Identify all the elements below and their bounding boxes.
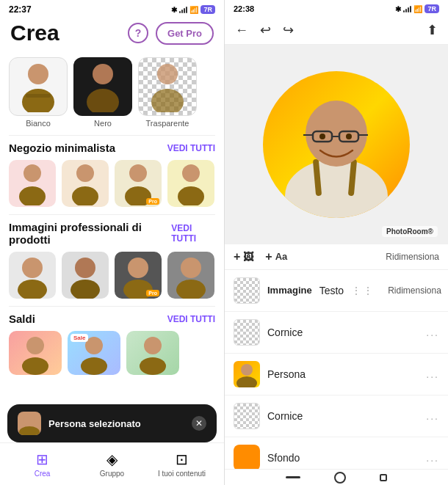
pro-badge-prodotti: Pro bbox=[146, 290, 159, 296]
help-button[interactable]: ? bbox=[128, 23, 148, 43]
toast-close-button[interactable]: ✕ bbox=[192, 416, 206, 431]
layer-row-sfondo[interactable]: Sfondo ... bbox=[225, 437, 448, 470]
home-sys-btn[interactable] bbox=[334, 472, 346, 484]
svg-point-23 bbox=[26, 337, 44, 354]
svg-point-11 bbox=[129, 164, 147, 182]
bg-label-black: Nero bbox=[94, 119, 112, 128]
svg-point-18 bbox=[71, 280, 100, 299]
persona-menu[interactable]: ... bbox=[426, 368, 439, 380]
ridimensiona-label[interactable]: Ridimensiona bbox=[388, 285, 441, 296]
saldi-card-1[interactable] bbox=[9, 331, 62, 375]
prodotti-card-2[interactable] bbox=[62, 252, 109, 299]
layers-panel: Immagine Testo ⋮⋮ Ridimensiona Cornice .… bbox=[225, 270, 448, 470]
negozio-card-2[interactable] bbox=[62, 160, 109, 207]
cornice2-menu[interactable]: ... bbox=[426, 410, 439, 422]
svg-rect-2 bbox=[26, 94, 51, 98]
left-status-icons: ✱ 📶 7R bbox=[171, 5, 215, 14]
negozio-vedi-tutti[interactable]: VEDI TUTTI bbox=[167, 143, 215, 153]
redo-button[interactable]: ↪ bbox=[283, 22, 294, 38]
left-header: Crea ? Get Pro bbox=[0, 18, 224, 51]
sfondo-label: Sfondo bbox=[267, 452, 419, 464]
right-time: 22:38 bbox=[234, 4, 254, 13]
immagine-label: Immagine bbox=[267, 285, 312, 296]
svg-point-26 bbox=[81, 357, 107, 375]
row-header-menu[interactable]: ⋮⋮ bbox=[351, 285, 375, 296]
nav-item-crea[interactable]: ⊞ Crea bbox=[7, 451, 77, 478]
bg-label-transparent: Trasparente bbox=[146, 119, 189, 128]
svg-point-17 bbox=[75, 258, 95, 278]
bg-thumb-white bbox=[9, 57, 68, 116]
layer-thumb-cornice1 bbox=[234, 319, 260, 346]
svg-point-13 bbox=[182, 164, 200, 182]
bar2 bbox=[181, 10, 183, 13]
svg-point-21 bbox=[181, 258, 201, 278]
layer-row-cornice2[interactable]: Cornice ... bbox=[225, 395, 448, 437]
cornice2-label: Cornice bbox=[267, 410, 419, 422]
prodotti-card-4[interactable] bbox=[167, 252, 214, 299]
get-pro-button[interactable]: Get Pro bbox=[156, 22, 214, 45]
share-button[interactable]: ⬆ bbox=[427, 22, 438, 38]
svg-point-7 bbox=[24, 164, 41, 182]
prodotti-section: Immagini professionali di prodotti VEDI … bbox=[0, 215, 224, 306]
crea-label: Crea bbox=[35, 470, 51, 478]
pro-badge-3: Pro bbox=[146, 198, 159, 205]
right-toolbar2: + 🖼 + Aa Ridimensiona bbox=[225, 244, 448, 270]
bg-option-black[interactable]: Nero bbox=[73, 57, 132, 128]
signal-bars-right bbox=[403, 5, 411, 12]
negozio-card-1[interactable] bbox=[9, 160, 56, 207]
sfondo-menu[interactable]: ... bbox=[426, 452, 439, 464]
negozio-section: Negozio minimalista VEDI TUTTI bbox=[0, 136, 224, 214]
contenuti-label: I tuoi contenuti bbox=[158, 470, 206, 478]
svg-point-27 bbox=[144, 337, 162, 354]
add-text-button[interactable]: + Aa bbox=[265, 250, 287, 263]
prodotti-cards: Pro bbox=[9, 252, 215, 299]
negozio-card-3[interactable]: Pro bbox=[115, 160, 162, 207]
saldi-vedi-tutti[interactable]: VEDI TUTTI bbox=[167, 314, 215, 324]
prodotti-card-1[interactable] bbox=[9, 252, 56, 299]
canvas-image[interactable] bbox=[263, 71, 410, 218]
back-sys-btn[interactable] bbox=[286, 476, 300, 478]
nav-item-gruppo[interactable]: ◈ Gruppo bbox=[77, 451, 147, 478]
bluetooth-icon-right: ✱ bbox=[395, 5, 401, 13]
cornice1-menu[interactable]: ... bbox=[426, 327, 439, 338]
layer-thumb-persona bbox=[234, 361, 260, 387]
svg-point-42 bbox=[346, 134, 352, 139]
layer-thumb-cornice2 bbox=[234, 403, 260, 429]
recent-sys-btn[interactable] bbox=[380, 474, 387, 481]
vpn-badge-right: 7R bbox=[424, 4, 439, 13]
right-panel: 22:38 ✱ 📶 7R ← ↩ ↪ ⬆ bbox=[224, 0, 448, 485]
bg-thumb-black bbox=[73, 57, 132, 116]
bg-option-transparent[interactable]: Trasparente bbox=[138, 57, 197, 128]
undo-button[interactable]: ↩ bbox=[260, 22, 271, 38]
canvas-area: PhotoRoom® bbox=[225, 45, 448, 244]
back-button[interactable]: ← bbox=[235, 23, 248, 38]
prodotti-card-3[interactable]: Pro bbox=[115, 252, 162, 299]
svg-point-5 bbox=[157, 64, 178, 84]
svg-point-14 bbox=[178, 186, 204, 205]
svg-point-6 bbox=[151, 89, 184, 112]
image-icon: 🖼 bbox=[243, 251, 253, 263]
orange-square bbox=[234, 445, 260, 470]
persona-thumb-svg bbox=[234, 361, 260, 387]
layer-row-header[interactable]: Immagine Testo ⋮⋮ Ridimensiona bbox=[225, 270, 448, 312]
layer-row-persona[interactable]: Persona ... bbox=[225, 354, 448, 395]
signal-bars bbox=[179, 6, 187, 13]
bg-option-white[interactable]: Bianco bbox=[9, 57, 68, 128]
saldi-cards: Sale bbox=[9, 331, 215, 378]
add-image-button[interactable]: + 🖼 bbox=[234, 250, 253, 263]
negozio-card-4[interactable] bbox=[167, 160, 214, 207]
rbar4 bbox=[410, 6, 411, 12]
nav-item-contenuti[interactable]: ⊡ I tuoi contenuti bbox=[147, 451, 217, 478]
bar4 bbox=[186, 7, 187, 13]
saldi-card-3[interactable] bbox=[126, 331, 179, 375]
prodotti-header: Immagini professionali di prodotti VEDI … bbox=[9, 221, 215, 246]
bar3 bbox=[184, 8, 185, 13]
resize-label[interactable]: Ridimensiona bbox=[386, 252, 439, 262]
person-silhouette-white bbox=[18, 61, 59, 112]
svg-point-3 bbox=[93, 64, 113, 84]
saldi-card-2[interactable]: Sale bbox=[68, 331, 120, 375]
tmpl-person-1 bbox=[9, 160, 56, 207]
toast: Persona selezionato ✕ bbox=[7, 404, 217, 442]
layer-row-cornice1[interactable]: Cornice ... bbox=[225, 312, 448, 354]
prodotti-vedi-tutti[interactable]: VEDI TUTTI bbox=[171, 223, 215, 244]
